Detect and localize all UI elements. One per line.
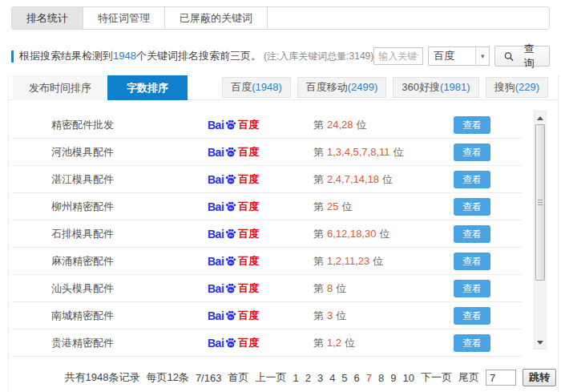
view-button[interactable]: 查看 [454, 307, 490, 325]
baidu-logo-bai: Bai [208, 228, 224, 240]
keyword-cell: 贵港精密配件 [12, 336, 208, 350]
view-button[interactable]: 查看 [454, 334, 490, 352]
baidu-logo-bai: Bai [208, 282, 224, 295]
view-button[interactable]: 查看 [454, 198, 490, 216]
baidu-logo-text: 百度 [238, 172, 259, 187]
scrollbar-grip [538, 200, 543, 207]
view-button[interactable]: 查看 [454, 253, 490, 270]
engine-select[interactable]: 百度 ▼ [428, 46, 490, 66]
rank-suffix: 位 [373, 255, 383, 267]
keyword-search-input[interactable] [373, 47, 423, 65]
first-page-link[interactable]: 首页 [228, 370, 248, 385]
page-link[interactable]: 5 [341, 372, 347, 384]
rank-cell: 第25位 [313, 200, 523, 214]
page-link[interactable]: 3 [317, 372, 323, 384]
baidu-logo: Bai du 百度 [208, 309, 313, 323]
page-link[interactable]: 9 [390, 372, 396, 384]
rank-numbers: 1,2,11,23 [327, 255, 369, 267]
rank-cell: 第1,3,4,5,7,8,11位 [313, 145, 523, 160]
tab-feature-words[interactable]: 特征词管理 [83, 7, 165, 29]
baidu-logo: Bai du 百度 [208, 145, 313, 160]
record-summary: 共有1948条记录 [64, 370, 139, 385]
engine-tab-label: 搜狗 [494, 81, 515, 93]
search-icon [504, 51, 514, 62]
search-button[interactable]: 查 询 [494, 46, 550, 67]
svg-text:du: du [229, 342, 233, 346]
jump-page-input[interactable] [486, 370, 516, 386]
notice-count: 1948 [113, 50, 136, 62]
baidu-logo: Bai du 百度 [208, 254, 313, 269]
content-panel: 发布时间排序 字数排序 百度(1948) 百度移动(2499) 360好搜(19… [8, 75, 559, 392]
prev-page-link[interactable]: 上一页 [255, 370, 286, 385]
scrollbar-thumb[interactable] [535, 124, 545, 281]
svg-text:du: du [229, 124, 233, 128]
top-tabbar: 排名统计 特征词管理 已屏蔽的关键词 [11, 6, 550, 30]
baidu-logo-bai: Bai [208, 146, 224, 159]
rank-numbers: 24,28 [327, 119, 353, 131]
table-row: 石排模具配件 Bai du 百度 第6,12,18,30位 查看 [12, 220, 523, 248]
page-link[interactable]: 7 [366, 372, 372, 384]
table-row: 湛江模具配件 Bai du 百度 第2,4,7,14,18位 查看 [12, 166, 523, 193]
rank-cell: 第1,2,11,23位 [313, 254, 523, 269]
keyword-cell: 石排模具配件 [12, 227, 208, 241]
notice-row: 根据搜索结果检测到1948个关键词排名搜索前三页。 (注:入库关键词总量:314… [11, 45, 550, 67]
baidu-logo-text: 百度 [238, 254, 259, 269]
page-indicator: 7/163 [196, 372, 222, 384]
svg-text:du: du [229, 152, 233, 156]
rank-prefix: 第 [313, 337, 324, 349]
view-button[interactable]: 查看 [454, 143, 490, 161]
tab-sort-by-wordcount[interactable]: 字数排序 [107, 75, 188, 100]
next-page-link[interactable]: 下一页 [421, 370, 452, 385]
view-button[interactable]: 查看 [454, 116, 490, 134]
rank-cell: 第6,12,18,30位 [313, 227, 523, 241]
baidu-logo: Bai du 百度 [208, 227, 313, 241]
table-scrollbar[interactable] [534, 111, 547, 350]
keyword-cell: 湛江模具配件 [12, 172, 208, 187]
baidu-logo-text: 百度 [238, 336, 259, 350]
baidu-logo-bai: Bai [208, 200, 224, 213]
tab-sort-by-date[interactable]: 发布时间排序 [13, 75, 107, 100]
jump-button[interactable]: 跳转 [523, 369, 556, 386]
keyword-rank-page: 排名统计 特征词管理 已屏蔽的关键词 根据搜索结果检测到1948个关键词排名搜索… [0, 0, 561, 392]
page-link[interactable]: 6 [354, 372, 360, 384]
baidu-paw-icon: du [224, 200, 237, 212]
rank-numbers: 3 [327, 309, 333, 321]
svg-text:du: du [229, 179, 233, 183]
view-button[interactable]: 查看 [454, 171, 490, 188]
last-page-link[interactable]: 尾页 [458, 370, 479, 385]
page-link[interactable]: 1 [293, 372, 298, 384]
page-link[interactable]: 10 [403, 372, 414, 384]
page-link[interactable]: 8 [378, 372, 384, 384]
baidu-logo-bai: Bai [208, 119, 224, 131]
scroll-up-icon[interactable] [535, 112, 546, 123]
rank-numbers: 25 [327, 200, 338, 212]
keyword-cell: 汕头模具配件 [12, 281, 208, 296]
engine-tab-sogou[interactable]: 搜狗(229) [486, 77, 548, 98]
engine-tab-baidu-mobile[interactable]: 百度移动(2499) [297, 77, 387, 98]
rank-numbers: 8 [327, 282, 333, 294]
tab-blocked-keywords[interactable]: 已屏蔽的关键词 [165, 7, 268, 29]
scroll-down-icon[interactable] [535, 337, 546, 348]
rank-prefix: 第 [313, 228, 324, 240]
baidu-paw-icon: du [224, 309, 237, 321]
rank-cell: 第2,4,7,14,18位 [313, 172, 523, 187]
baidu-logo-text: 百度 [238, 227, 259, 241]
baidu-logo: Bai du 百度 [208, 336, 313, 350]
table-row: 麻涌精密配件 Bai du 百度 第1,2,11,23位 查看 [12, 248, 523, 275]
view-button[interactable]: 查看 [454, 280, 490, 297]
rank-prefix: 第 [313, 309, 324, 321]
engine-tab-count: (1948) [252, 81, 282, 93]
engine-tab-count: (229) [515, 81, 539, 93]
page-link[interactable]: 4 [329, 372, 335, 384]
rank-suffix: 位 [382, 173, 393, 185]
notice-suffix: 个关键词排名搜索前三页。 [136, 50, 261, 62]
baidu-logo-text: 百度 [238, 118, 259, 132]
page-link[interactable]: 2 [305, 372, 311, 384]
engine-tab-360[interactable]: 360好搜(1981) [393, 77, 478, 98]
view-button[interactable]: 查看 [454, 225, 490, 243]
rank-cell: 第1,2位 [313, 336, 523, 350]
keyword-cell: 南城精密配件 [12, 309, 208, 323]
tab-rank-stats[interactable]: 排名统计 [12, 7, 83, 29]
engine-tab-baidu[interactable]: 百度(1948) [222, 77, 291, 98]
baidu-logo-text: 百度 [238, 309, 259, 323]
